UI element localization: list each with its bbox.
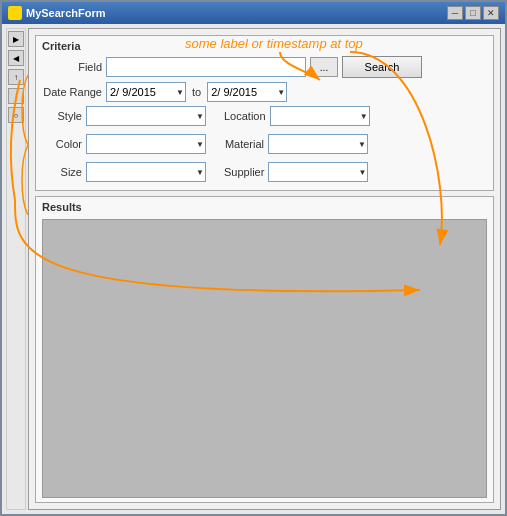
material-dropdown-wrapper: ▼ [268, 134, 368, 154]
style-label: Style [42, 110, 82, 122]
results-label: Results [42, 201, 487, 213]
color-dropdown[interactable] [86, 134, 206, 154]
toolbar-btn-5[interactable]: ○ [8, 107, 24, 123]
size-dropdown-wrapper: ▼ [86, 162, 206, 182]
material-dropdown[interactable] [268, 134, 368, 154]
results-area[interactable] [42, 219, 487, 498]
form-area: Criteria Field ... Search Date Range ▼ [28, 28, 501, 510]
window-controls: ─ □ ✕ [447, 6, 499, 20]
supplier-label: Supplier [224, 166, 264, 178]
main-content: ▶ ◀ ↑ ↓ ○ Criteria Field ... Search [2, 24, 505, 514]
toolbar-btn-3[interactable]: ↑ [8, 69, 24, 85]
material-label: Material [224, 138, 264, 150]
browse-button[interactable]: ... [310, 57, 338, 77]
location-dropdown[interactable] [270, 106, 370, 126]
date-range-label: Date Range [42, 86, 102, 98]
size-label: Size [42, 166, 82, 178]
style-dropdown-wrapper: ▼ [86, 106, 206, 126]
location-row: Location ▼ [224, 106, 370, 126]
style-dropdown[interactable] [86, 106, 206, 126]
criteria-label: Criteria [42, 40, 487, 52]
toolbar-btn-2[interactable]: ◀ [8, 50, 24, 66]
date-to-wrapper: ▼ [207, 82, 287, 102]
criteria-section: Criteria Field ... Search Date Range ▼ [35, 35, 494, 191]
date-range-row: Date Range ▼ to ▼ [42, 82, 487, 102]
size-dropdown[interactable] [86, 162, 206, 182]
supplier-row: Supplier ▼ [224, 162, 370, 182]
left-toolbar: ▶ ◀ ↑ ↓ ○ [6, 28, 26, 510]
to-connector: to [190, 86, 203, 98]
close-button[interactable]: ✕ [483, 6, 499, 20]
minimize-button[interactable]: ─ [447, 6, 463, 20]
toolbar-btn-1[interactable]: ▶ [8, 31, 24, 47]
window-icon [8, 6, 22, 20]
maximize-button[interactable]: □ [465, 6, 481, 20]
size-row: Size ▼ [42, 162, 206, 182]
field-input[interactable] [106, 57, 306, 77]
color-dropdown-wrapper: ▼ [86, 134, 206, 154]
window-title: MySearchForm [26, 7, 105, 19]
supplier-dropdown[interactable] [268, 162, 368, 182]
date-from-input[interactable] [106, 82, 186, 102]
dropdowns-columns: Style ▼ Color [42, 106, 487, 186]
results-section: Results [35, 196, 494, 503]
field-label: Field [42, 61, 102, 73]
location-label: Location [224, 110, 266, 122]
color-row: Color ▼ [42, 134, 206, 154]
title-bar: MySearchForm ─ □ ✕ [2, 2, 505, 24]
top-search-row: Field ... Search [42, 56, 487, 78]
toolbar-btn-4[interactable]: ↓ [8, 88, 24, 104]
material-row: Material ▼ [224, 134, 370, 154]
search-button[interactable]: Search [342, 56, 422, 78]
date-from-wrapper: ▼ [106, 82, 186, 102]
date-to-input[interactable] [207, 82, 287, 102]
col-left: Style ▼ Color [42, 106, 206, 186]
supplier-dropdown-wrapper: ▼ [268, 162, 368, 182]
color-label: Color [42, 138, 82, 150]
style-row: Style ▼ [42, 106, 206, 126]
location-dropdown-wrapper: ▼ [270, 106, 370, 126]
col-right: Location ▼ Material [224, 106, 370, 186]
